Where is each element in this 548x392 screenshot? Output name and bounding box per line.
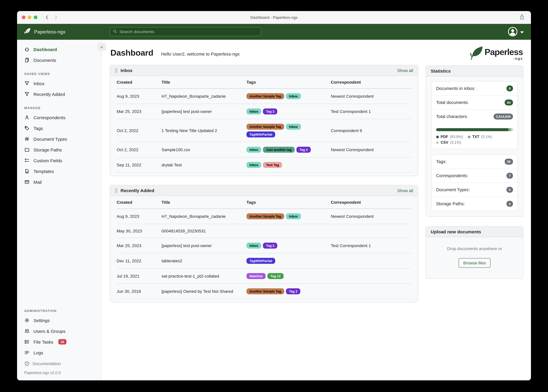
table-row[interactable]: Dec 11, 2022tablerates2TagWithPartial: [117, 253, 411, 269]
tag-pill-test-tag[interactable]: Test Tag: [263, 162, 282, 168]
zoom-window-button[interactable]: [34, 15, 37, 19]
tag-pill-tagwithpartial[interactable]: TagWithPartial: [246, 258, 275, 264]
table-row[interactable]: Oct 2, 2022Sample100.csvInboxJust anothe…: [117, 142, 411, 157]
table-row[interactable]: Oct 2, 20221 Testing New Title Updated 2…: [117, 119, 411, 142]
sidebar-item-logs[interactable]: Logs: [17, 347, 101, 358]
share-icon[interactable]: [519, 14, 524, 21]
tag-pill-tagwithpartial[interactable]: TagWithPartial: [246, 132, 275, 137]
forward-icon[interactable]: [54, 15, 58, 20]
sidebar-item-recently-added[interactable]: Recently Added: [17, 89, 101, 99]
stat-label: Correspondents:: [436, 173, 468, 178]
sidebar-item-templates[interactable]: Templates: [17, 166, 101, 177]
tag-pill-another-sample-tag[interactable]: Another Sample Tag: [246, 288, 284, 294]
tag-pill-inbox[interactable]: Inbox: [246, 243, 261, 249]
recent-show-all-link[interactable]: Show all: [397, 188, 413, 193]
cell-title[interactable]: drylab Test: [162, 162, 246, 167]
sidebar-item-settings[interactable]: Settings: [17, 315, 101, 326]
drag-handle-icon[interactable]: [115, 68, 118, 73]
sidebar-collapse-button[interactable]: «: [97, 43, 106, 51]
table-row[interactable]: Sep 11, 2022drylab TestInboxTest Tag: [117, 157, 411, 173]
browse-files-button[interactable]: Browse files: [459, 258, 491, 268]
user-menu[interactable]: [508, 27, 524, 38]
sidebar-item-mail[interactable]: Mail: [17, 177, 101, 187]
sidebar-item-correspondents[interactable]: Correspondents: [17, 112, 101, 123]
inbox-show-all-link[interactable]: Show all: [397, 68, 413, 73]
cell-correspondent: Newest Correspondent: [331, 214, 411, 219]
widget-title: Upload new documents: [431, 229, 481, 234]
tag-pill-tag-2[interactable]: Tag 2: [296, 147, 311, 153]
tag-pill-another-sample-tag[interactable]: Another Sample Tag: [246, 213, 284, 219]
app-window: Dashboard - Paperless-ngx Paperless-ngx …: [17, 11, 531, 380]
inbox-table: CreatedTitleTagsCorrespondentAug 9, 2023…: [110, 76, 418, 176]
tag-pill-inbox[interactable]: Inbox: [286, 213, 301, 219]
leaf-logo-icon: [24, 28, 31, 36]
sidebar-item-label: Documents: [34, 57, 56, 63]
tag-pill-just-another-tag[interactable]: Just another tag: [263, 147, 295, 153]
tag-pill-another-sample-tag[interactable]: Another Sample Tag: [246, 124, 284, 130]
table-row[interactable]: Mar 25, 2023[paperless] test post-ownerI…: [117, 238, 411, 253]
legend-pct: (93.8%): [450, 135, 463, 139]
cell-correspondent: Correspondent 9: [331, 128, 411, 133]
documentation-link[interactable]: ?Documentation: [24, 361, 94, 366]
window-title: Dashboard - Paperless-ngx: [17, 15, 531, 20]
cell-title[interactable]: H7_Napoleon_Bonaparte_zadanie: [162, 214, 246, 219]
search-input[interactable]: [119, 29, 258, 34]
minimize-window-button[interactable]: [28, 15, 31, 19]
app-version: Paperless-ngx v2.0.0: [24, 371, 94, 375]
stat-value-badge: 5: [506, 187, 513, 193]
mail-icon: [24, 179, 30, 185]
cell-title[interactable]: 0004814539_20230531: [162, 229, 246, 233]
back-icon[interactable]: [44, 15, 49, 20]
table-header-row: CreatedTitleTagsCorrespondent: [117, 76, 411, 89]
table-row[interactable]: Mar 25, 2023[paperless] test post-ownerI…: [117, 104, 411, 119]
sidebar-item-documents[interactable]: Documents: [17, 55, 101, 65]
tag-pill-tag-2[interactable]: Tag 2: [286, 288, 300, 294]
sidebar-item-dashboard[interactable]: Dashboard: [17, 44, 101, 55]
table-row[interactable]: Aug 9, 2023H7_Napoleon_Bonaparte_zadanie…: [117, 209, 411, 224]
tag-pill-inbox[interactable]: Inbox: [246, 162, 261, 168]
cell-title[interactable]: [paperless] test post-owner: [162, 109, 246, 114]
sidebar-item-document-types[interactable]: Document Types: [17, 133, 101, 144]
sidebar-item-users-groups[interactable]: Users & Groups: [17, 326, 101, 336]
cell-title[interactable]: [paperless] Owned by Test Not Shared: [162, 289, 246, 294]
cell-tags: InboxTag 2: [246, 108, 331, 114]
tag-pill-tag-2[interactable]: Tag 2: [263, 243, 277, 249]
cell-title[interactable]: 1 Testing New Title Updated 2: [162, 128, 246, 133]
tag-pill-another-sample-tag[interactable]: Another Sample Tag: [246, 93, 284, 99]
sidebar-item-custom-fields[interactable]: Custom Fields: [17, 155, 101, 166]
cell-title[interactable]: sat-practice-test-1_pt2-collated: [162, 274, 246, 279]
app-navbar: Paperless-ngx: [17, 24, 531, 40]
table-row[interactable]: Aug 9, 2023H7_Napoleon_Bonaparte_zadanie…: [117, 89, 411, 104]
cell-title[interactable]: [paperless] test post-owner: [162, 243, 246, 248]
tag-pill-inbox[interactable]: Inbox: [246, 108, 261, 114]
table-row[interactable]: Jun 30, 2018[paperless] Owned by Test No…: [117, 284, 411, 299]
tag-pill-inbox[interactable]: Inbox: [286, 124, 301, 130]
tag-pill-newone[interactable]: NewOne: [246, 273, 266, 279]
sidebar-item-file-tasks[interactable]: File Tasks16: [17, 336, 101, 347]
search-box: [110, 27, 261, 36]
cell-title[interactable]: H7_Napoleon_Bonaparte_zadanie: [162, 94, 246, 98]
sidebar-item-inbox[interactable]: Inbox: [17, 78, 101, 89]
sidebar-item-tags[interactable]: Tags: [17, 123, 101, 133]
sidebar-item-storage-paths[interactable]: Storage Paths: [17, 144, 101, 155]
tag-pill-tag-12[interactable]: Tag 12: [267, 273, 284, 279]
stat-value-badge: 5: [506, 85, 513, 91]
widget-title: Recently Added: [121, 188, 154, 193]
sidebar-item-label: Document Types: [34, 136, 67, 141]
tag-pill-inbox[interactable]: Inbox: [286, 93, 301, 99]
column-header-created: Created: [117, 200, 162, 205]
cell-title[interactable]: tablerates2: [162, 259, 246, 263]
tag-pill-inbox[interactable]: Inbox: [246, 147, 261, 153]
sidebar-item-label: Inbox: [34, 81, 44, 86]
legend-item-txt: TXT(3.1%): [468, 135, 492, 139]
upload-dropzone[interactable]: Drop documents anywhere or Browse files: [426, 237, 523, 279]
brand[interactable]: Paperless-ngx: [24, 28, 65, 36]
drag-handle-icon[interactable]: [115, 188, 118, 193]
tag-pill-tag-2[interactable]: Tag 2: [263, 108, 277, 114]
cell-correspondent: Test Correspondent 1: [331, 243, 411, 248]
cell-title[interactable]: Sample100.csv: [162, 147, 246, 152]
table-row[interactable]: May 30, 20230004814539_20230531: [117, 224, 411, 238]
legend-dot-icon: [468, 135, 470, 138]
table-row[interactable]: Jul 19, 2021sat-practice-test-1_pt2-coll…: [117, 269, 411, 284]
close-window-button[interactable]: [22, 15, 25, 19]
